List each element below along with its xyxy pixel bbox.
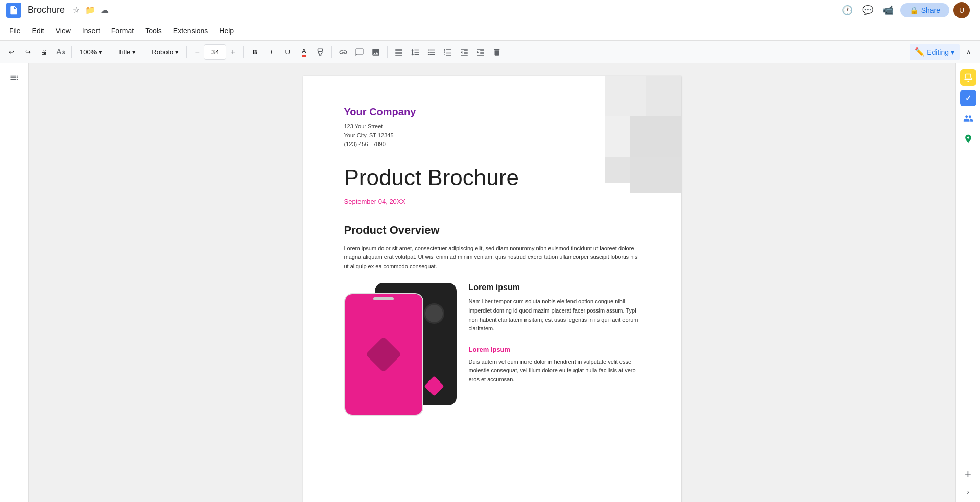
font-chevron: ▾	[175, 48, 179, 56]
text-column: Lorem ipsum Nam liber tempor cum soluta …	[469, 283, 640, 396]
overview-text: Lorem ipsum dolor sit amet, consectetuer…	[344, 244, 640, 271]
share-button[interactable]: 🔒 Share	[900, 3, 949, 17]
app-icon[interactable]	[6, 3, 21, 18]
phone-camera	[424, 303, 444, 324]
comment-button[interactable]	[352, 44, 367, 60]
right-panel: ✓ + ›	[955, 63, 980, 502]
font-label: Roboto	[152, 48, 173, 56]
outline-icon[interactable]	[6, 69, 22, 86]
italic-button[interactable]: I	[264, 44, 278, 60]
phone-diamond	[366, 337, 402, 373]
toolbar-divider-6	[331, 46, 332, 58]
link-button[interactable]	[336, 44, 350, 60]
lorem-text2: Duis autem vel eum iriure dolor in hendr…	[469, 357, 640, 385]
history-button[interactable]: 🕐	[839, 2, 855, 18]
lorem-sub-heading: Lorem ipsum	[469, 346, 640, 353]
line-spacing-button[interactable]	[408, 44, 422, 60]
zoom-select[interactable]: 100% ▾	[76, 44, 106, 60]
svg-rect-3	[605, 116, 630, 157]
star-icon[interactable]: ☆	[71, 5, 81, 15]
phone-diamond-small	[424, 376, 444, 397]
align-button[interactable]	[392, 44, 406, 60]
cloud-icon[interactable]: ☁	[100, 5, 110, 15]
user-avatar[interactable]: U	[953, 2, 970, 18]
image-button[interactable]	[369, 44, 383, 60]
title-icon-group: ☆ 📁 ☁	[71, 5, 110, 15]
svg-rect-2	[630, 116, 681, 157]
menu-help[interactable]: Help	[214, 25, 239, 37]
style-label: Title	[118, 48, 130, 56]
keep-icon[interactable]	[960, 69, 976, 86]
main-layout: Your Company 123 Your Street Your City, …	[0, 63, 980, 502]
add-button[interactable]: +	[959, 465, 977, 484]
increase-indent-button[interactable]	[473, 44, 488, 60]
toolbar-divider-1	[71, 46, 72, 58]
two-column-section: Lorem ipsum Nam liber tempor cum soluta …	[344, 283, 640, 416]
style-select[interactable]: Title ▾	[114, 44, 139, 60]
font-size-input[interactable]	[204, 44, 226, 60]
phone-screen	[345, 294, 422, 415]
menu-view[interactable]: View	[51, 25, 76, 37]
font-size-decrease[interactable]: −	[191, 45, 203, 59]
phone-front	[344, 293, 423, 416]
toolbar-collapse-button[interactable]: ∧	[962, 44, 976, 60]
top-right-controls: 🕐 💬 📹 🔒 Share U	[839, 2, 970, 18]
editing-mode-button[interactable]: ✏️ Editing ▾	[910, 44, 960, 60]
ordered-list-button[interactable]	[441, 44, 455, 60]
toolbar-divider-3	[144, 46, 144, 58]
toolbar-divider-4	[186, 46, 187, 58]
zoom-value: 100%	[80, 48, 97, 56]
document-area: Your Company 123 Your Street Your City, …	[29, 63, 955, 502]
phone-notch	[373, 297, 394, 300]
bullet-list-button[interactable]	[424, 44, 439, 60]
decrease-indent-button[interactable]	[457, 44, 471, 60]
contacts-icon[interactable]	[960, 110, 976, 127]
user-initials: U	[959, 6, 964, 14]
clear-format-button[interactable]	[490, 44, 504, 60]
svg-rect-0	[605, 76, 646, 116]
menu-format[interactable]: Format	[106, 25, 139, 37]
underline-button[interactable]: U	[280, 44, 295, 60]
print-button[interactable]: 🖨	[37, 44, 51, 60]
toolbar-divider-5	[243, 46, 244, 58]
document-page: Your Company 123 Your Street Your City, …	[303, 76, 681, 502]
toolbar-divider-2	[110, 46, 110, 58]
svg-rect-5	[605, 157, 630, 183]
left-sidebar	[0, 63, 29, 502]
editing-chevron-down: ▾	[951, 48, 954, 56]
menu-edit[interactable]: Edit	[27, 25, 50, 37]
maps-icon[interactable]	[960, 131, 976, 147]
lorem-heading: Lorem ipsum	[469, 283, 640, 292]
undo-button[interactable]: ↩	[4, 44, 18, 60]
phone-mockup	[344, 283, 457, 416]
style-chevron: ▾	[132, 48, 136, 56]
text-color-button[interactable]: A	[297, 44, 311, 60]
menu-insert[interactable]: Insert	[77, 25, 105, 37]
menu-bar: File Edit View Insert Format Tools Exten…	[0, 20, 980, 41]
svg-rect-1	[646, 76, 681, 116]
image-column	[344, 283, 457, 416]
spell-check-button[interactable]	[53, 44, 67, 60]
highlight-button[interactable]	[313, 44, 327, 60]
font-size-increase[interactable]: +	[227, 45, 239, 59]
chat-button[interactable]: 💬	[859, 2, 876, 18]
share-label: Share	[921, 6, 940, 14]
zoom-chevron: ▾	[99, 48, 102, 56]
tasks-icon[interactable]: ✓	[960, 90, 976, 106]
font-select[interactable]: Roboto ▾	[148, 44, 182, 60]
save-icon[interactable]: 📁	[85, 5, 95, 15]
meet-button[interactable]: 📹	[880, 2, 896, 18]
bold-button[interactable]: B	[248, 44, 262, 60]
product-date: September 04, 20XX	[344, 198, 640, 205]
editing-mode-label: Editing	[927, 48, 949, 56]
lorem-text1: Nam liber tempor cum soluta nobis eleife…	[469, 297, 640, 333]
menu-file[interactable]: File	[4, 25, 26, 37]
toolbar-divider-7	[387, 46, 388, 58]
lock-icon: 🔒	[910, 6, 918, 14]
menu-tools[interactable]: Tools	[140, 25, 167, 37]
chevron-right-icon[interactable]: ›	[967, 488, 969, 496]
font-size-controls: − +	[191, 44, 239, 60]
redo-button[interactable]: ↪	[20, 44, 35, 60]
menu-extensions[interactable]: Extensions	[168, 25, 213, 37]
decorative-shapes	[564, 76, 681, 193]
